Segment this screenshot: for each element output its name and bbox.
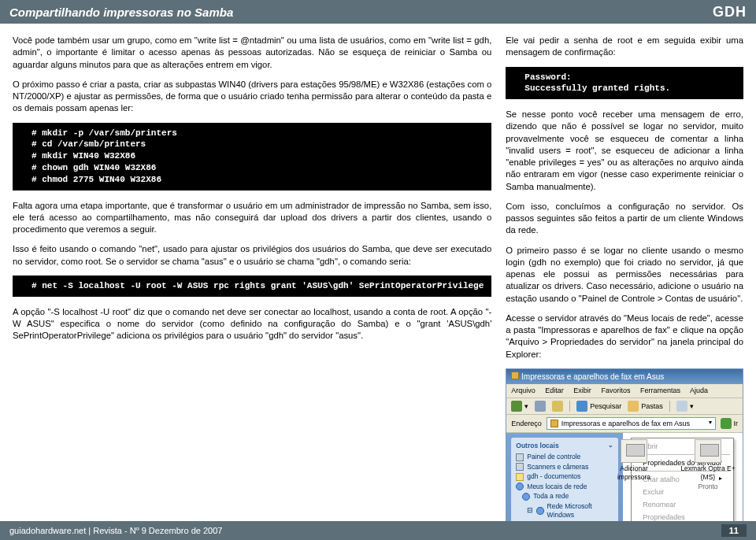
- side-link[interactable]: gdh - documentos: [516, 472, 613, 481]
- printer-icon: [550, 420, 558, 427]
- paragraph: Você pode também usar um grupo, como em …: [13, 35, 491, 71]
- code-block: # mkdir -p /var/smb/printers # cd /var/s…: [13, 123, 491, 190]
- side-label: Scanners e câmeras: [527, 463, 588, 472]
- screenshot-window: Impressoras e aparelhos de fax em Asus A…: [506, 368, 743, 540]
- side-link[interactable]: Meus locais de rede: [516, 483, 613, 491]
- side-label: Rede Microsoft Windows: [547, 502, 614, 520]
- go-label: Ir: [734, 419, 739, 428]
- paragraph: A opção "-S localhost -U root" diz que o…: [13, 306, 491, 342]
- paragraph: Ele vai pedir a senha de root e em segui…: [506, 35, 743, 59]
- address-bar: Endereço Impressoras e aparelhos de fax …: [506, 415, 743, 433]
- network-icon: [536, 507, 543, 515]
- back-icon: [511, 401, 522, 412]
- side-link[interactable]: Toda a rede: [522, 492, 613, 501]
- menu-tools[interactable]: Ferramentas: [640, 387, 680, 394]
- search-label: Pesquisar: [590, 401, 621, 411]
- panel-header[interactable]: Outros locais⌄: [516, 442, 613, 450]
- printer-name: Lexmark Optra E+ (MS): [680, 464, 736, 483]
- scanner-icon: [516, 463, 524, 471]
- menu-help[interactable]: Ajuda: [690, 387, 708, 394]
- side-label: gdh - documentos: [527, 472, 580, 481]
- menu-item-rename[interactable]: Renomear: [632, 498, 733, 511]
- side-label: Meus locais de rede: [527, 483, 587, 491]
- window-titlebar[interactable]: Impressoras e aparelhos de fax em Asus: [506, 369, 743, 385]
- views-button[interactable]: ▾: [676, 401, 694, 412]
- page-footer: guiadohardware.net | Revista - Nº 9 Deze…: [0, 521, 756, 540]
- paragraph: Isso é feito usando o comando "net", usa…: [13, 243, 491, 268]
- code-block: Password: Successfully granted rights.: [506, 67, 743, 100]
- chevron-down-icon[interactable]: ▾: [709, 419, 712, 427]
- add-printer-label: Adicionar impressora: [606, 464, 662, 483]
- network-icon: [516, 483, 524, 490]
- printer-icons: Adicionar impressora Lexmark Optra E+ (M…: [606, 439, 736, 491]
- add-printer-item[interactable]: Adicionar impressora: [606, 439, 662, 491]
- paragraph: Acesse o servidor através do "Meus locai…: [506, 313, 743, 361]
- paragraph: Falta agora uma etapa importante, que é …: [13, 200, 491, 236]
- side-label: Toda a rede: [533, 492, 569, 501]
- side-link[interactable]: Scanners e câmeras: [516, 463, 613, 472]
- go-icon: [721, 418, 732, 429]
- network-icon: [522, 493, 530, 501]
- control-panel-icon: [516, 453, 524, 461]
- separator: [669, 401, 670, 412]
- article-title: Compartilhando impressoras no Samba: [9, 6, 233, 19]
- add-printer-icon: [621, 439, 647, 463]
- printer-status: Pronto: [680, 483, 736, 491]
- search-button[interactable]: Pesquisar: [576, 401, 621, 412]
- back-button[interactable]: ▾: [511, 401, 528, 412]
- paragraph: Com isso, concluímos a configuração no s…: [506, 201, 743, 237]
- side-label: Painel de controle: [527, 453, 580, 461]
- right-column: Ele vai pedir a senha de root e em segui…: [506, 35, 743, 540]
- menu-bar[interactable]: Arquivo Editar Exibir Favoritos Ferramen…: [506, 384, 743, 398]
- folders-label: Pastas: [641, 401, 663, 411]
- paragraph: Se nesse ponto você receber uma mensagem…: [506, 109, 743, 193]
- menu-edit[interactable]: Editar: [545, 387, 564, 394]
- paragraph: O próximo passo é criar a pasta, criar a…: [13, 79, 491, 115]
- paragraph: O primeiro passo é se logar no cliente u…: [506, 245, 743, 305]
- panel-title: Outros locais: [516, 442, 558, 450]
- toolbar: ▾ Pesquisar Pastas ▾: [506, 398, 743, 415]
- footer-text: guiadohardware.net | Revista - Nº 9 Deze…: [9, 526, 222, 535]
- address-value: Impressoras e aparelhos de fax em Asus: [561, 419, 690, 428]
- address-field[interactable]: Impressoras e aparelhos de fax em Asus ▾: [547, 417, 716, 430]
- forward-icon: [535, 401, 546, 412]
- folder-icon: [516, 473, 524, 481]
- page-number: 11: [721, 524, 747, 537]
- printer-item[interactable]: Lexmark Optra E+ (MS) Pronto: [680, 439, 736, 491]
- forward-button[interactable]: [535, 401, 546, 412]
- go-button[interactable]: Ir: [721, 418, 739, 429]
- up-button[interactable]: [552, 401, 563, 412]
- tree-item[interactable]: ⊟Rede Microsoft Windows: [527, 502, 613, 520]
- window-title: Impressoras e aparelhos de fax em Asus: [521, 372, 664, 381]
- folders-icon: [628, 401, 639, 412]
- printer-icon: [695, 439, 721, 463]
- address-label: Endereço: [511, 419, 542, 428]
- article-body: Você pode também usar um grupo, como em …: [0, 24, 756, 540]
- up-icon: [552, 401, 563, 412]
- page-header: Compartilhando impressoras no Samba GDH: [0, 0, 756, 24]
- left-column: Você pode também usar um grupo, como em …: [13, 35, 491, 540]
- separator: [569, 401, 570, 412]
- menu-view[interactable]: Exibir: [573, 387, 591, 394]
- brand-logo: GDH: [713, 4, 747, 20]
- views-icon: [676, 401, 687, 412]
- menu-fav[interactable]: Favoritos: [601, 387, 630, 394]
- menu-file[interactable]: Arquivo: [511, 387, 536, 394]
- printer-icon: [511, 372, 519, 379]
- code-block: # net -S localhost -U root -W ASUS rpc r…: [13, 276, 491, 297]
- search-icon: [576, 401, 587, 412]
- side-link[interactable]: Painel de controle: [516, 453, 613, 461]
- folders-button[interactable]: Pastas: [628, 401, 663, 412]
